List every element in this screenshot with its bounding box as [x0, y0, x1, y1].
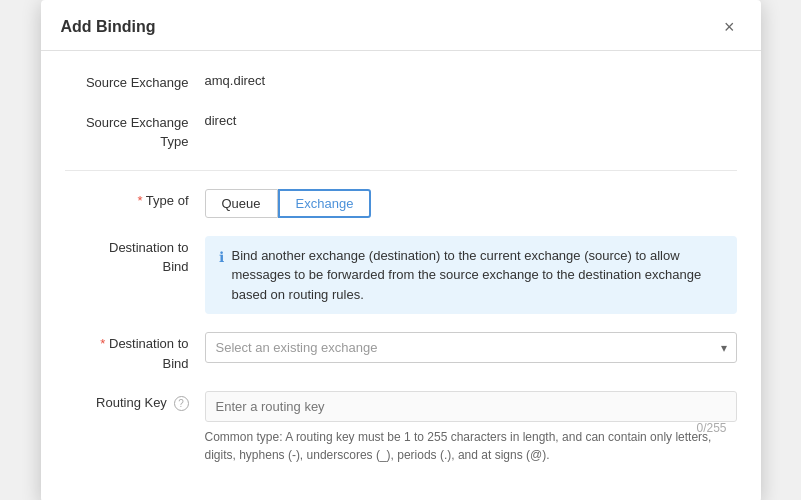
routing-key-wrapper: 0/255 Common type: A routing key must be…	[205, 391, 737, 464]
source-exchange-row: Source Exchange amq.direct	[65, 71, 737, 93]
destination-bind-label: Destination to Bind	[65, 236, 205, 277]
type-buttons: Queue Exchange	[205, 189, 372, 218]
destination-info-row: Destination to Bind ℹ Bind another excha…	[65, 236, 737, 315]
dialog-title: Add Binding	[61, 18, 156, 36]
source-exchange-type-row: Source ExchangeType direct	[65, 111, 737, 152]
dialog-header: Add Binding ×	[41, 0, 761, 51]
close-button[interactable]: ×	[718, 16, 741, 38]
info-text: Bind another exchange (destination) to t…	[232, 246, 723, 305]
destination-required-label: Destination to Bind	[65, 332, 205, 373]
source-exchange-type-label: Source ExchangeType	[65, 111, 205, 152]
destination-select[interactable]: Select an existing exchange	[205, 332, 737, 363]
source-exchange-type-value: direct	[205, 111, 737, 128]
routing-key-hint: Common type: A routing key must be 1 to …	[205, 428, 737, 464]
dialog-body: Source Exchange amq.direct Source Exchan…	[41, 51, 761, 500]
divider	[65, 170, 737, 171]
type-of-row: Type of Queue Exchange	[65, 189, 737, 218]
destination-select-row: Destination to Bind Select an existing e…	[65, 332, 737, 373]
type-of-label: Type of	[65, 189, 205, 211]
routing-key-label: Routing Key ?	[65, 391, 205, 413]
destination-select-wrapper: Select an existing exchange ▾	[205, 332, 737, 363]
type-exchange-button[interactable]: Exchange	[278, 189, 372, 218]
info-icon: ℹ	[219, 247, 224, 268]
info-box: ℹ Bind another exchange (destination) to…	[205, 236, 737, 315]
source-exchange-label: Source Exchange	[65, 71, 205, 93]
help-icon[interactable]: ?	[174, 396, 189, 411]
routing-key-row: Routing Key ? 0/255 Common type: A routi…	[65, 391, 737, 464]
routing-key-count: 0/255	[696, 421, 726, 435]
source-exchange-value: amq.direct	[205, 71, 737, 88]
type-queue-button[interactable]: Queue	[205, 189, 278, 218]
add-binding-dialog: Add Binding × Source Exchange amq.direct…	[41, 0, 761, 500]
routing-key-input[interactable]	[205, 391, 737, 422]
